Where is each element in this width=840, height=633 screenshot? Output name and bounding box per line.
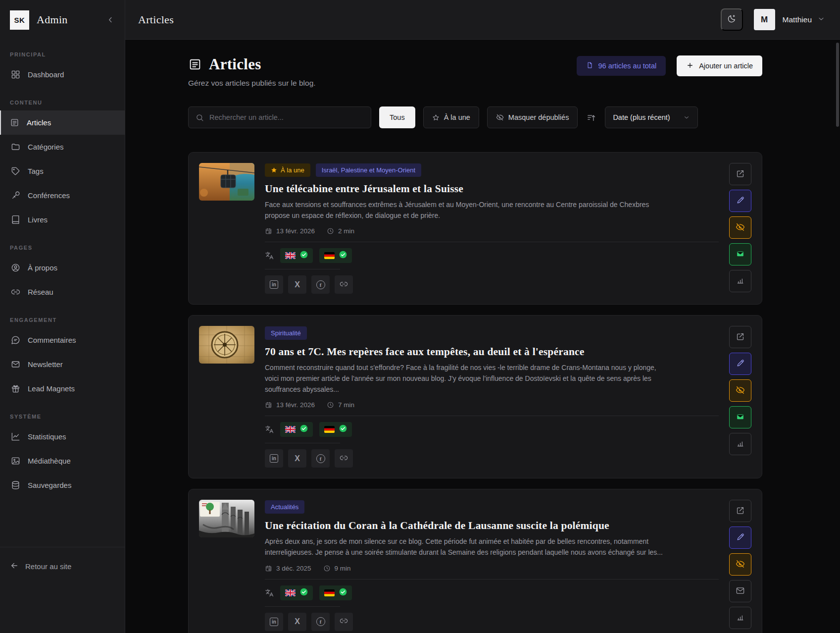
- sidebar-item-statistiques[interactable]: Statistiques: [0, 424, 125, 449]
- sidebar-item-reseau[interactable]: Réseau: [0, 280, 125, 304]
- facebook-icon: f: [316, 280, 325, 289]
- article-title[interactable]: Une récitation du Coran à la Cathédrale …: [265, 520, 719, 532]
- germany-flag-icon: [324, 426, 335, 433]
- sidebar-item-commentaires[interactable]: Commentaires: [0, 328, 125, 352]
- edit-article-button[interactable]: [729, 190, 751, 212]
- article-stats-button[interactable]: [729, 607, 751, 629]
- user-menu-button[interactable]: [817, 15, 825, 25]
- sidebar-item-sauvegardes[interactable]: Sauvegardes: [0, 473, 125, 497]
- translation-de-badge[interactable]: [319, 585, 352, 600]
- check-circle-icon: [300, 588, 308, 598]
- theme-toggle-button[interactable]: [721, 8, 743, 31]
- open-article-button[interactable]: [729, 163, 751, 185]
- category-badge[interactable]: Spiritualité: [265, 326, 307, 340]
- translation-de-badge[interactable]: [319, 422, 352, 437]
- microphone-icon: [11, 191, 20, 200]
- edit-article-button[interactable]: [729, 353, 751, 375]
- translate-icon: [265, 588, 274, 597]
- article-thumbnail[interactable]: [199, 500, 254, 537]
- book-icon: [11, 215, 20, 224]
- topbar-title: Articles: [138, 13, 174, 26]
- share-x-button[interactable]: X: [288, 449, 306, 468]
- filter-hide-unpublished-button[interactable]: Masquer dépubliés: [487, 106, 578, 128]
- share-x-button[interactable]: X: [288, 275, 306, 294]
- search-box: [188, 106, 371, 128]
- filter-all-button[interactable]: Tous: [379, 106, 415, 128]
- article-excerpt: Après deux ans, je sors de mon silence s…: [265, 536, 666, 558]
- uk-flag-icon: [285, 589, 296, 596]
- article-stats-button[interactable]: [729, 433, 751, 455]
- sidebar-item-dashboard[interactable]: Dashboard: [0, 62, 125, 87]
- sidebar: SK Admin PRINCIPAL Dashboard CONTENU Art…: [0, 0, 125, 633]
- open-article-button[interactable]: [729, 500, 751, 522]
- scrollbar-thumb[interactable]: [836, 43, 839, 127]
- category-badge[interactable]: Israël, Palestine et Moyen-Orient: [316, 163, 421, 177]
- translation-en-badge[interactable]: [280, 248, 313, 263]
- share-facebook-button[interactable]: f: [311, 449, 330, 468]
- share-linkedin-button[interactable]: in: [265, 275, 283, 294]
- external-link-icon: [736, 169, 745, 180]
- unpublish-article-button[interactable]: [729, 379, 751, 402]
- copy-link-button[interactable]: [335, 275, 353, 294]
- sidebar-item-newsletter[interactable]: Newsletter: [0, 352, 125, 376]
- sidebar-item-categories[interactable]: Catégories: [0, 135, 125, 159]
- send-newsletter-button[interactable]: [729, 580, 751, 602]
- article-stats-button[interactable]: [729, 270, 751, 292]
- search-input[interactable]: [209, 113, 364, 121]
- translation-en-badge[interactable]: [280, 422, 313, 437]
- nav-section-pages: PAGES: [0, 232, 125, 256]
- line-chart-icon: [11, 432, 20, 441]
- article-read-time: 2 min: [338, 227, 354, 235]
- share-linkedin-button[interactable]: in: [265, 613, 283, 631]
- filter-featured-button[interactable]: À la une: [423, 106, 479, 128]
- back-to-site-link[interactable]: Retour au site: [10, 561, 115, 572]
- article-title[interactable]: Une télécabine entre Jérusalem et la Sui…: [265, 183, 719, 195]
- sort-direction-icon[interactable]: [587, 113, 596, 122]
- unpublish-article-button[interactable]: [729, 216, 751, 239]
- page-subtitle: Gérez vos articles publiés sur le blog.: [188, 79, 316, 88]
- linkedin-icon: in: [270, 454, 278, 463]
- edit-article-button[interactable]: [729, 527, 751, 549]
- user-avatar[interactable]: M: [754, 9, 775, 30]
- clock-icon: [327, 401, 334, 409]
- app-logo[interactable]: SK: [10, 10, 29, 30]
- sidebar-item-livres[interactable]: Livres: [0, 208, 125, 232]
- clock-icon: [323, 565, 331, 572]
- copy-link-button[interactable]: [335, 613, 353, 631]
- sort-order-select[interactable]: Date (plus récent): [605, 106, 697, 128]
- share-facebook-button[interactable]: f: [311, 275, 330, 294]
- share-linkedin-button[interactable]: in: [265, 449, 283, 468]
- article-thumbnail[interactable]: [199, 163, 254, 201]
- check-circle-icon: [300, 424, 308, 434]
- sidebar-item-mediatheque[interactable]: Médiathèque: [0, 449, 125, 473]
- unpublish-article-button[interactable]: [729, 553, 751, 576]
- facebook-icon: f: [316, 617, 325, 626]
- link-icon: [340, 454, 348, 464]
- share-facebook-button[interactable]: f: [311, 613, 330, 631]
- sidebar-header: SK Admin: [0, 0, 125, 40]
- sidebar-item-tags[interactable]: Tags: [0, 159, 125, 183]
- admin-app: SK Admin PRINCIPAL Dashboard CONTENU Art…: [0, 0, 840, 633]
- copy-link-button[interactable]: [335, 449, 353, 468]
- newsletter-sent-button[interactable]: [729, 243, 751, 265]
- sidebar-item-a-propos[interactable]: À propos: [0, 256, 125, 280]
- translation-en-badge[interactable]: [280, 585, 313, 600]
- sidebar-item-conferences[interactable]: Conférences: [0, 183, 125, 208]
- star-icon: [432, 114, 440, 121]
- moon-icon: [727, 14, 737, 25]
- sidebar-collapse-button[interactable]: [106, 15, 115, 24]
- add-article-button[interactable]: Ajouter un article: [677, 55, 762, 76]
- open-article-button[interactable]: [729, 326, 751, 348]
- translation-de-badge[interactable]: [319, 248, 352, 263]
- share-x-button[interactable]: X: [288, 613, 306, 631]
- total-articles-label: 96 articles au total: [598, 62, 657, 70]
- sidebar-item-lead-magnets[interactable]: Lead Magnets: [0, 376, 125, 401]
- filter-featured-label: À la une: [444, 113, 470, 121]
- check-circle-icon: [339, 588, 347, 598]
- newsletter-sent-button[interactable]: [729, 406, 751, 428]
- sidebar-item-articles[interactable]: Articles: [0, 110, 125, 135]
- article-title[interactable]: 70 ans et 7C. Mes repères face aux tempê…: [265, 346, 719, 358]
- article-thumbnail[interactable]: [199, 326, 254, 364]
- folder-icon: [11, 142, 20, 152]
- category-badge[interactable]: Actualités: [265, 500, 304, 514]
